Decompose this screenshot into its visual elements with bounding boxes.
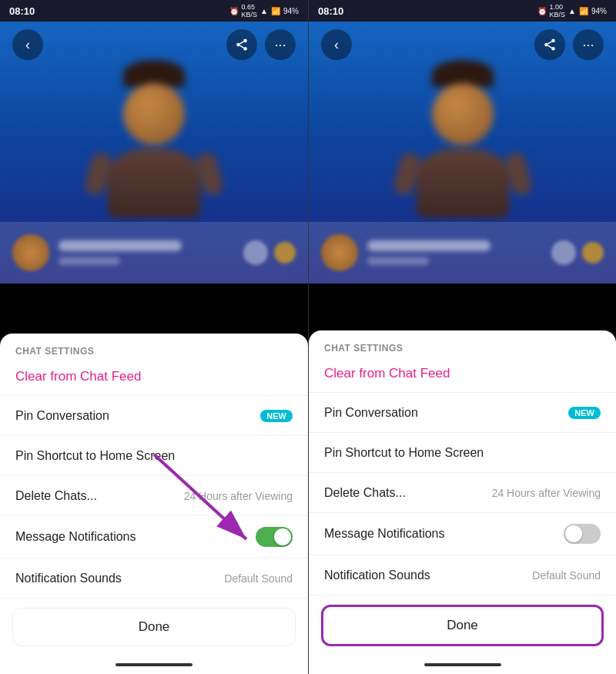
back-button-left[interactable]: ‹	[12, 29, 43, 60]
top-nav-right: ‹ ···	[309, 22, 616, 68]
background-area-right: ‹ ···	[309, 22, 616, 283]
notification-sounds-item-left[interactable]: Notification Sounds Default Sound	[0, 558, 308, 599]
notification-sounds-label-left: Notification Sounds	[15, 572, 122, 585]
pin-conversation-label-left: Pin Conversation	[15, 409, 109, 423]
profile-avatar-right	[321, 234, 358, 271]
svg-line-3	[239, 45, 243, 48]
signal-icon-right: 📶	[579, 7, 588, 15]
status-time-right: 08:10	[318, 5, 343, 17]
pin-shortcut-label-right: Pin Shortcut to Home Screen	[324, 446, 484, 460]
home-indicator-right	[309, 656, 616, 674]
home-bar-right	[424, 663, 501, 666]
delete-chats-value-right: 24 Hours after Viewing	[492, 487, 601, 499]
sheet-label-left: Chat Settings	[0, 346, 308, 363]
done-button-right[interactable]: Done	[321, 605, 604, 646]
toggle-knob-right	[565, 525, 582, 542]
delete-chats-item-right[interactable]: Delete Chats... 24 Hours after Viewing	[309, 473, 616, 513]
message-notifications-toggle-left[interactable]	[256, 527, 293, 547]
svg-point-1	[236, 43, 240, 47]
sheet-label-right: Chat Settings	[309, 343, 616, 360]
battery-icon: 94%	[283, 7, 299, 15]
pin-conversation-item-right[interactable]: Pin Conversation NEW	[309, 393, 616, 433]
right-panel: 08:10 ⏰ 1.00KB/S ▲ 📶 94% ‹ ···	[308, 0, 616, 674]
data-icon: 0.65KB/S	[242, 3, 258, 18]
profile-card-blur-left	[0, 222, 308, 283]
nav-right-right: ···	[534, 29, 604, 60]
top-nav-left: ‹ ···	[0, 22, 308, 68]
notification-sounds-value-right: Default Sound	[532, 569, 601, 582]
back-button-right[interactable]: ‹	[321, 29, 352, 60]
message-notifications-toggle-right[interactable]	[564, 524, 601, 544]
pin-shortcut-label-left: Pin Shortcut to Home Screen	[15, 449, 175, 463]
home-indicator-left	[0, 656, 308, 674]
profile-info-left	[59, 240, 234, 265]
message-notifications-item-right[interactable]: Message Notifications	[309, 513, 616, 555]
svg-point-0	[243, 39, 247, 43]
profile-avatar-left	[12, 234, 49, 271]
svg-point-2	[243, 47, 247, 51]
more-button-right[interactable]: ···	[573, 29, 604, 60]
wifi-icon-right: ▲	[568, 7, 576, 15]
message-notifications-item-left[interactable]: Message Notifications	[0, 516, 308, 558]
svg-point-7	[544, 43, 548, 47]
avatar-blur-right	[393, 37, 532, 253]
notification-sounds-label-right: Notification Sounds	[324, 568, 430, 582]
profile-info-right	[367, 240, 542, 265]
pin-conversation-label-right: Pin Conversation	[324, 406, 418, 420]
profile-badges-right	[551, 240, 604, 265]
status-icons-left: ⏰ 0.65KB/S ▲ 📶 94%	[229, 3, 299, 18]
more-button-left[interactable]: ···	[265, 29, 296, 60]
new-badge-left: NEW	[260, 410, 293, 422]
profile-card-blur-right	[309, 222, 616, 283]
signal-icon: 📶	[271, 7, 280, 15]
status-icons-right: ⏰ 1.00KB/S ▲ 📶 94%	[537, 3, 607, 18]
pin-conversation-item-left[interactable]: Pin Conversation NEW	[0, 396, 308, 436]
delete-chats-value-left: 24 Hours after Viewing	[184, 490, 293, 502]
status-time-left: 08:10	[9, 5, 35, 17]
alarm-icon: ⏰	[229, 7, 239, 15]
bottom-sheet-left: Chat Settings Clear from Chat Feed Pin C…	[0, 334, 308, 674]
profile-badges-left	[243, 240, 296, 265]
message-notifications-label-left: Message Notifications	[15, 530, 136, 544]
clear-button-left[interactable]: Clear from Chat Feed	[0, 363, 308, 396]
svg-line-9	[547, 45, 551, 48]
pin-shortcut-item-left[interactable]: Pin Shortcut to Home Screen	[0, 436, 308, 476]
home-bar-left	[116, 663, 192, 666]
background-area-left: ‹ ···	[0, 22, 308, 283]
notification-sounds-value-left: Default Sound	[224, 572, 293, 585]
svg-point-8	[551, 47, 555, 51]
share-button-left[interactable]	[226, 29, 257, 60]
status-bar-left: 08:10 ⏰ 0.65KB/S ▲ 📶 94%	[0, 0, 308, 22]
pin-shortcut-item-right[interactable]: Pin Shortcut to Home Screen	[309, 433, 616, 473]
status-bar-right: 08:10 ⏰ 1.00KB/S ▲ 📶 94%	[309, 0, 616, 22]
left-panel: 08:10 ⏰ 0.65KB/S ▲ 📶 94% ‹ ···	[0, 0, 308, 674]
avatar-blur-left	[85, 37, 223, 253]
bottom-sheet-right: Chat Settings Clear from Chat Feed Pin C…	[309, 330, 616, 674]
notification-sounds-item-right[interactable]: Notification Sounds Default Sound	[309, 555, 616, 595]
alarm-icon-right: ⏰	[537, 7, 547, 15]
svg-point-6	[551, 39, 555, 43]
message-notifications-label-right: Message Notifications	[324, 527, 445, 541]
toggle-knob-left	[274, 528, 291, 545]
new-badge-right: NEW	[568, 407, 601, 419]
delete-chats-item-left[interactable]: Delete Chats... 24 Hours after Viewing	[0, 476, 308, 516]
data-icon-right: 1.00KB/S	[550, 3, 566, 18]
clear-button-right[interactable]: Clear from Chat Feed	[309, 360, 616, 393]
battery-icon-right: 94%	[591, 7, 607, 15]
delete-chats-label-left: Delete Chats...	[15, 489, 97, 503]
wifi-icon: ▲	[260, 7, 268, 15]
nav-right-left: ···	[226, 29, 296, 60]
share-button-right[interactable]	[534, 29, 565, 60]
svg-line-10	[547, 42, 551, 44]
svg-line-4	[239, 42, 243, 44]
delete-chats-label-right: Delete Chats...	[324, 486, 406, 500]
done-button-left[interactable]: Done	[12, 608, 296, 646]
